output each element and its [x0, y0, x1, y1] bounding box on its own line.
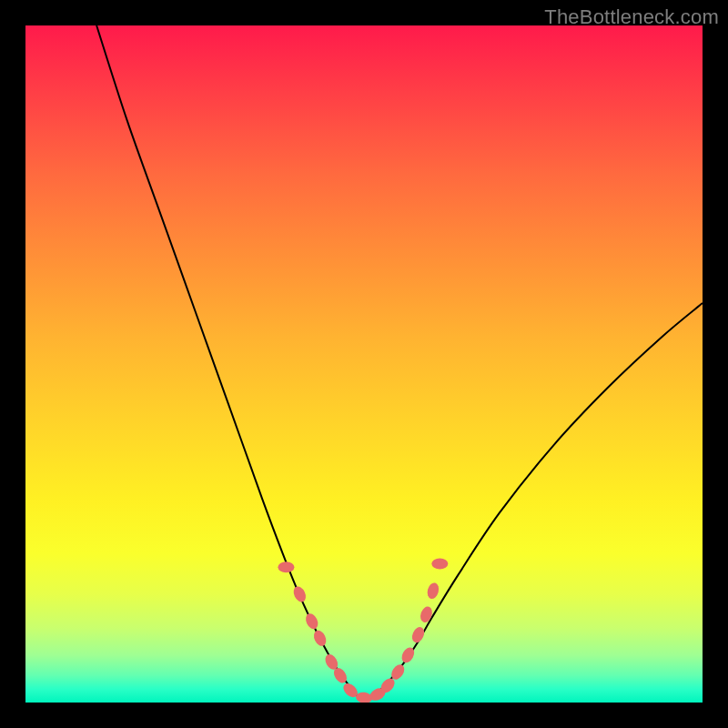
watermark-text: TheBottleneck.com: [544, 5, 719, 29]
data-marker: [311, 629, 329, 648]
data-marker: [303, 612, 319, 631]
data-marker: [278, 561, 294, 572]
data-marker: [419, 605, 434, 624]
plot-area: [25, 25, 703, 703]
data-marker: [426, 581, 440, 600]
chart-svg: [25, 25, 703, 703]
curve-left: [96, 25, 364, 699]
data-marker: [410, 625, 426, 644]
data-marker: [431, 558, 448, 569]
data-marker: [291, 584, 308, 603]
marker-group: [278, 558, 448, 703]
